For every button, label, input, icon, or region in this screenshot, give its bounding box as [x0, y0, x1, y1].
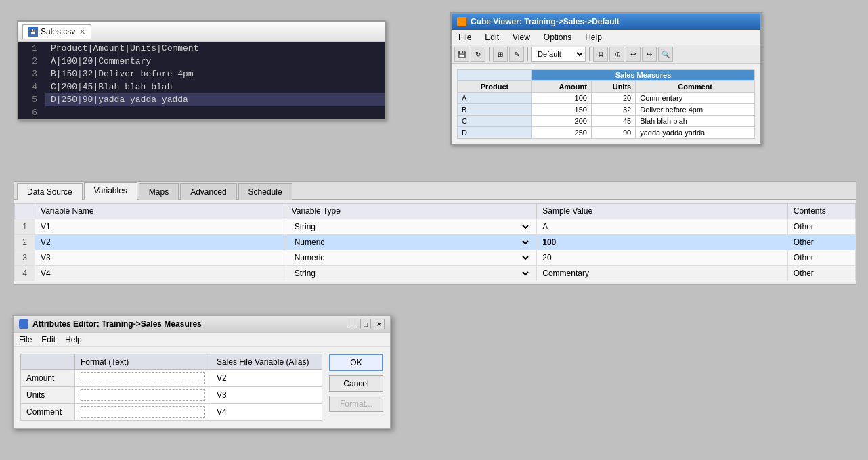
varname-1: V1 — [35, 219, 286, 235]
attr-menu-help[interactable]: Help — [65, 335, 82, 344]
csv-code-2: A|100|20|Commentary — [45, 55, 385, 68]
attr-table-area: Format (Text) Sales File Variable (Alias… — [20, 354, 322, 421]
tab-advanced[interactable]: Advanced — [180, 183, 236, 200]
maximize-button[interactable]: □ — [360, 319, 371, 329]
csv-tab[interactable]: 💾 Sales.csv ✕ — [22, 24, 91, 39]
attributes-editor-dialog: Attributes Editor: Training->Sales Measu… — [12, 315, 391, 429]
vartype-select-2[interactable]: Numeric String — [292, 237, 531, 248]
toolbar-separator-3 — [589, 47, 590, 61]
table-row: 1 V1 String Numeric A Other — [15, 219, 856, 235]
comment-b: Deliver before 4pm — [636, 104, 755, 116]
col-product: Product — [458, 81, 532, 93]
menu-edit[interactable]: Edit — [482, 31, 502, 43]
minimize-button[interactable]: — — [347, 319, 357, 329]
vartype-select-3[interactable]: Numeric String — [292, 252, 531, 263]
csv-close-icon[interactable]: ✕ — [79, 28, 85, 37]
format-input-comment[interactable] — [81, 406, 205, 418]
csv-editor-window: 💾 Sales.csv ✕ 1 Product|Amount|Units|Com… — [17, 20, 386, 120]
col-contents: Contents — [787, 204, 855, 219]
row-num-1: 1 — [15, 219, 35, 235]
csv-code-5: D|250|90|yadda yadda yadda — [45, 93, 385, 106]
attr-menu-edit[interactable]: Edit — [41, 335, 56, 344]
format-input-units[interactable] — [81, 389, 205, 401]
tb-grid-icon[interactable]: ⊞ — [493, 47, 508, 62]
toolbar-separator-2 — [527, 47, 528, 61]
tb-edit-icon[interactable]: ✎ — [509, 47, 524, 62]
tabs-panel: Data Source Variables Maps Advanced Sche… — [14, 181, 856, 285]
csv-tab-label: Sales.csv — [41, 27, 75, 37]
product-c: C — [458, 116, 532, 127]
amount-d: 250 — [532, 127, 592, 139]
tab-variables[interactable]: Variables — [84, 182, 137, 200]
vartype-select-4[interactable]: String Numeric — [292, 268, 531, 279]
col-format: Format (Text) — [75, 354, 211, 370]
cube-table: Sales Measures Product Amount Units Comm… — [457, 69, 755, 139]
ok-button[interactable]: OK — [329, 354, 383, 371]
comment-c: Blah blah blah — [636, 116, 755, 127]
tb-redo-icon[interactable]: ↪ — [642, 47, 657, 62]
cube-body: Sales Measures Product Amount Units Comm… — [452, 64, 760, 144]
contents-1: Other — [787, 219, 855, 235]
csv-line-4: 4 C|200|45|Blah blah blah — [18, 80, 385, 93]
toolbar-separator-1 — [489, 47, 490, 61]
attr-format-comment[interactable] — [75, 404, 211, 421]
col-sample: Sample Value — [537, 204, 788, 219]
col-attr-name — [21, 354, 75, 370]
cancel-button[interactable]: Cancel — [329, 375, 383, 392]
csv-titlebar: 💾 Sales.csv ✕ — [18, 22, 385, 42]
close-button[interactable]: ✕ — [374, 319, 385, 329]
menu-options[interactable]: Options — [541, 31, 574, 43]
amount-b: 150 — [532, 104, 592, 116]
cube-titlebar: Cube Viewer: Training->Sales->Default — [452, 14, 760, 30]
attr-menu-file[interactable]: File — [19, 335, 32, 344]
csv-line-2: 2 A|100|20|Commentary — [18, 55, 385, 68]
attr-table: Format (Text) Sales File Variable (Alias… — [20, 354, 322, 421]
menu-view[interactable]: View — [510, 31, 533, 43]
menu-help[interactable]: Help — [582, 31, 605, 43]
tabs-header: Data Source Variables Maps Advanced Sche… — [14, 182, 856, 200]
sample-1: A — [537, 219, 788, 235]
table-row: B 150 32 Deliver before 4pm — [458, 104, 755, 116]
vartype-1: String Numeric — [286, 219, 537, 235]
tb-refresh-icon[interactable]: ↻ — [471, 47, 485, 62]
vartype-select-1[interactable]: String Numeric — [292, 221, 531, 232]
tab-schedule[interactable]: Schedule — [238, 183, 292, 200]
attr-name-amount: Amount — [21, 370, 75, 387]
amount-a: 100 — [532, 93, 592, 104]
attr-titlebar: Attributes Editor: Training->Sales Measu… — [14, 316, 390, 333]
attr-format-amount[interactable] — [75, 370, 211, 387]
product-d: D — [458, 127, 532, 139]
csv-line-1: 1 Product|Amount|Units|Comment — [18, 42, 385, 55]
menu-file[interactable]: File — [456, 31, 474, 43]
attr-title-icon — [19, 319, 28, 329]
tab-datasource[interactable]: Data Source — [17, 183, 83, 200]
line-num-3: 3 — [18, 68, 45, 80]
product-col-header — [458, 70, 532, 81]
view-select[interactable]: Default — [531, 47, 586, 62]
tb-zoom-icon[interactable]: 🔍 — [658, 47, 673, 62]
format-input-amount[interactable] — [81, 372, 205, 384]
cube-toolbar: 💾 ↻ ⊞ ✎ Default ⚙ 🖨 ↩ ↪ 🔍 — [452, 45, 760, 64]
comment-d: yadda yadda yadda — [636, 127, 755, 139]
col-variable: Sales File Variable (Alias) — [211, 354, 322, 370]
attr-name-comment: Comment — [21, 404, 75, 421]
table-row: C 200 45 Blah blah blah — [458, 116, 755, 127]
variables-table: Variable Name Variable Type Sample Value… — [14, 203, 856, 281]
line-num-6: 6 — [18, 106, 45, 119]
sample-3: 20 — [537, 250, 788, 266]
tab-maps[interactable]: Maps — [139, 183, 179, 200]
table-row: 3 V3 Numeric String 20 Other — [15, 250, 856, 266]
csv-code-3: B|150|32|Deliver before 4pm — [45, 68, 385, 80]
tb-settings-icon[interactable]: ⚙ — [593, 47, 608, 62]
format-button[interactable]: Format... — [329, 396, 383, 412]
attr-menubar: File Edit Help — [14, 333, 390, 347]
tb-save-icon[interactable]: 💾 — [454, 47, 469, 62]
tb-undo-icon[interactable]: ↩ — [626, 47, 641, 62]
tb-print-icon[interactable]: 🖨 — [609, 47, 624, 62]
csv-code-4: C|200|45|Blah blah blah — [45, 80, 385, 93]
attr-format-units[interactable] — [75, 387, 211, 404]
varname-4: V4 — [35, 266, 286, 281]
sample-2: 100 — [537, 235, 788, 250]
sales-measures-header: Sales Measures — [532, 70, 755, 81]
attr-variable-units: V3 — [211, 387, 322, 404]
